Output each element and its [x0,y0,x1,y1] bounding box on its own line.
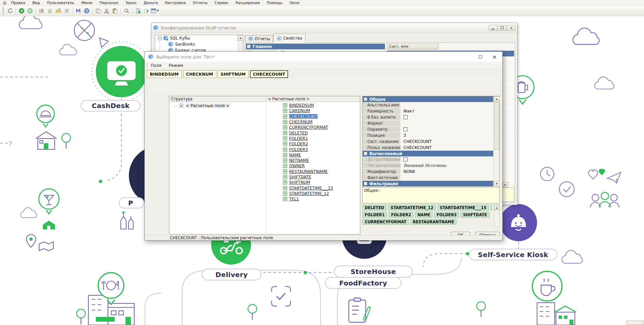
book-button[interactable] [46,7,54,15]
field-list-item[interactable]: OWNER [266,163,360,169]
collapse-icon[interactable] [364,152,367,155]
field-list-item[interactable]: NAME [266,152,360,158]
field-tab[interactable]: CHECKNUM [183,70,216,78]
field-list-item[interactable]: FOLDER1 [266,136,360,141]
dialog-maximize-button[interactable] [475,53,485,60]
menu-item[interactable]: Помощь [267,1,283,5]
field-tag[interactable]: FOLDER1 [362,212,387,218]
checked-x-icon[interactable] [283,192,287,196]
property-value[interactable] [400,120,493,126]
field-name-link[interactable]: NAME [289,153,301,157]
menu-item[interactable]: Правка [11,1,25,5]
checked-x-icon[interactable] [283,131,287,135]
property-value[interactable] [400,102,493,108]
property-value[interactable] [400,114,493,120]
property-value[interactable]: Внешний Источник: [400,162,493,168]
checkbox[interactable] [403,157,408,161]
collapse-icon[interactable] [158,36,162,40]
field-name-link[interactable]: FOLDER1 [289,136,308,141]
filter-text-box[interactable]: Общее:: [363,187,499,203]
undo-button[interactable] [82,7,91,15]
field-list-item[interactable]: SHIFTNUM [266,180,360,185]
field-tag[interactable]: RESTAURANTNAME [411,219,457,225]
dialog-menu-item[interactable]: Режим [169,63,183,68]
field-tag[interactable]: STARTDATETIME___15 [438,205,489,210]
checked-x-icon[interactable] [283,180,287,184]
table-view-button[interactable]: ▼ [150,7,159,15]
forward-button[interactable] [26,7,34,15]
field-tab[interactable]: BINDEDSUM [147,70,182,78]
close-button[interactable]: × [507,25,515,31]
maximize-button[interactable] [498,25,506,31]
field-list-item[interactable]: CHECKCOUNT [266,114,360,119]
field-tag[interactable]: NAME [415,212,432,218]
field-name-link[interactable]: NETNAME [289,158,309,163]
checked-x-icon[interactable] [283,142,287,146]
books-button[interactable] [37,7,46,15]
group-header-main[interactable]: Главное [246,44,385,49]
field-list-item[interactable]: DELETED [266,130,360,135]
structure-tree-label[interactable]: < Расчетные поля > [185,103,230,108]
structure-tree-item[interactable]: < Расчетные поля > [174,103,266,108]
form-button[interactable] [134,7,142,15]
property-value[interactable]: CHECKCOUNT [400,145,493,150]
refresh-button[interactable] [6,7,14,15]
property-value[interactable] [400,156,493,162]
open-folder-button[interactable] [54,7,62,15]
field-name-link[interactable]: DELETED [289,131,308,135]
tree-node[interactable]: SanBooks [160,41,243,47]
tab-properties[interactable]: Свойства [273,34,305,43]
property-value[interactable]: NONE [400,169,493,174]
property-group-header[interactable]: Вычисляемый [363,151,493,156]
field-name-link[interactable]: FOLDER2 [289,142,308,146]
properties-scrollbar[interactable]: ▲ ▼ [494,96,499,186]
field-tab[interactable]: CHECKCOUNT [250,70,288,78]
dropdown-arrow-icon[interactable]: ▼ [157,9,159,12]
field-name-link[interactable]: CHECKNUM [289,120,312,124]
checked-x-icon[interactable] [283,103,287,107]
menu-item[interactable]: Вид [32,1,40,5]
field-name-link[interactable]: CARDNUM [289,108,310,113]
field-list-item[interactable]: CARDNUM [266,108,360,114]
field-list-item[interactable]: FOLDER3 [266,147,360,152]
field-list-item[interactable]: FOLDER2 [266,141,360,147]
tree-node-label[interactable]: SQL Кубы [170,36,190,41]
field-name-link[interactable]: SHIFTDATE [289,175,311,179]
structure-column-header[interactable]: Структура [169,96,266,102]
property-value[interactable] [400,175,493,180]
field-name-link[interactable]: CHECKCOUNT [289,114,317,119]
menu-item[interactable]: Пользователь [47,1,74,5]
scroll-down-icon[interactable]: ▼ [494,181,500,186]
menu-item[interactable]: Сервис [215,1,228,5]
property-value[interactable]: Факт [400,108,493,114]
field-list-item[interactable]: TEL1 [266,196,360,202]
copy-button[interactable] [94,7,102,15]
field-tag[interactable]: CURRENCYFORMAT [362,219,409,225]
field-name-link[interactable]: BINDEDSUM [289,103,314,108]
checked-x-icon[interactable] [283,120,287,124]
search-button[interactable] [122,7,131,15]
dialog-menu-item[interactable]: Поля [151,63,161,68]
menu-item[interactable]: Окно [290,1,300,5]
checked-x-icon[interactable] [283,125,287,129]
field-tab[interactable]: SHIFTNUM [218,70,249,78]
collapse-icon[interactable] [247,45,250,48]
scroll-right-icon[interactable]: ▶ [503,182,508,188]
checked-x-icon[interactable] [283,186,287,190]
field-tag[interactable]: SHIFTDATE [460,212,489,218]
checkbox[interactable] [403,127,408,131]
property-value[interactable] [400,126,493,132]
dialog-close-button[interactable]: × [489,53,500,60]
field-name-link[interactable]: STARTDATETIME___15 [289,186,333,191]
field-list-item[interactable]: STARTDATETIME___15 [266,185,360,191]
tree-node-label[interactable]: SanBooks [175,42,195,47]
scroll-up-icon[interactable]: ▲ [494,205,499,210]
field-list-item[interactable]: CHECKNUM [266,119,360,125]
cut-button[interactable] [102,7,111,15]
field-list-item[interactable]: STARTDATETIME_12 [266,191,360,196]
save-button[interactable] [74,7,82,15]
menu-item[interactable]: Расширения [235,1,259,5]
field-tag[interactable]: TEL1 [491,205,493,210]
field-tag[interactable]: FOLDER3 [434,212,459,218]
tags-scrollbar[interactable]: ▲ [494,205,500,227]
